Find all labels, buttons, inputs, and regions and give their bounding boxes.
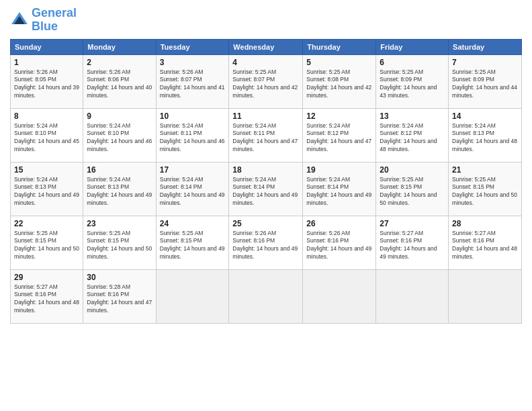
header-row: SundayMondayTuesdayWednesdayThursdayFrid… xyxy=(11,39,522,54)
calendar-cell: 11Sunrise: 5:24 AMSunset: 8:11 PMDayligh… xyxy=(229,108,303,162)
header-day: Tuesday xyxy=(156,39,229,54)
day-number: 20 xyxy=(380,165,445,175)
day-info: Sunrise: 5:27 AMSunset: 8:16 PMDaylight:… xyxy=(452,230,518,262)
day-info: Sunrise: 5:25 AMSunset: 8:15 PMDaylight:… xyxy=(380,176,445,208)
day-info: Sunrise: 5:24 AMSunset: 8:13 PMDaylight:… xyxy=(87,176,152,208)
day-number: 24 xyxy=(160,219,226,228)
day-number: 27 xyxy=(380,219,445,228)
day-info: Sunrise: 5:26 AMSunset: 8:07 PMDaylight:… xyxy=(160,68,226,101)
day-info: Sunrise: 5:25 AMSunset: 8:15 PMDaylight:… xyxy=(87,230,152,262)
day-info: Sunrise: 5:27 AMSunset: 8:16 PMDaylight:… xyxy=(380,230,445,262)
day-number: 26 xyxy=(306,219,372,228)
day-number: 1 xyxy=(14,58,79,67)
logo-text: General Blue xyxy=(32,7,77,34)
day-number: 11 xyxy=(232,111,299,121)
day-info: Sunrise: 5:26 AMSunset: 8:06 PMDaylight:… xyxy=(87,68,152,101)
header-day: Thursday xyxy=(303,39,376,54)
day-number: 10 xyxy=(160,111,226,121)
calendar-cell: 16Sunrise: 5:24 AMSunset: 8:13 PMDayligh… xyxy=(83,162,156,216)
day-number: 21 xyxy=(452,165,518,175)
day-number: 15 xyxy=(14,165,79,175)
calendar-cell: 4Sunrise: 5:25 AMSunset: 8:07 PMDaylight… xyxy=(229,54,303,108)
day-info: Sunrise: 5:26 AMSunset: 8:16 PMDaylight:… xyxy=(232,230,299,262)
day-number: 18 xyxy=(232,165,299,175)
header-day: Friday xyxy=(376,39,449,54)
day-info: Sunrise: 5:28 AMSunset: 8:16 PMDaylight:… xyxy=(87,283,152,316)
day-number: 25 xyxy=(232,219,299,228)
day-number: 28 xyxy=(452,219,518,228)
calendar-cell: 28Sunrise: 5:27 AMSunset: 8:16 PMDayligh… xyxy=(449,216,522,269)
calendar-row: 8Sunrise: 5:24 AMSunset: 8:10 PMDaylight… xyxy=(11,108,522,162)
calendar-cell: 6Sunrise: 5:25 AMSunset: 8:09 PMDaylight… xyxy=(376,54,449,108)
calendar-cell xyxy=(229,269,303,323)
calendar-cell: 3Sunrise: 5:26 AMSunset: 8:07 PMDaylight… xyxy=(156,54,229,108)
header-day: Monday xyxy=(83,39,156,54)
calendar-cell: 22Sunrise: 5:25 AMSunset: 8:15 PMDayligh… xyxy=(11,216,83,269)
day-info: Sunrise: 5:25 AMSunset: 8:07 PMDaylight:… xyxy=(232,68,299,101)
day-number: 30 xyxy=(87,273,152,282)
calendar-cell xyxy=(156,269,229,323)
calendar-row: 15Sunrise: 5:24 AMSunset: 8:13 PMDayligh… xyxy=(11,162,522,216)
calendar-table: SundayMondayTuesdayWednesdayThursdayFrid… xyxy=(10,39,522,324)
header: General Blue xyxy=(10,7,522,34)
day-info: Sunrise: 5:25 AMSunset: 8:15 PMDaylight:… xyxy=(452,176,518,208)
day-number: 29 xyxy=(14,273,79,282)
calendar-cell: 13Sunrise: 5:24 AMSunset: 8:12 PMDayligh… xyxy=(376,108,449,162)
day-number: 22 xyxy=(14,219,79,228)
day-info: Sunrise: 5:24 AMSunset: 8:12 PMDaylight:… xyxy=(306,122,372,154)
calendar-cell: 21Sunrise: 5:25 AMSunset: 8:15 PMDayligh… xyxy=(449,162,522,216)
day-number: 14 xyxy=(452,111,518,121)
calendar-cell: 7Sunrise: 5:25 AMSunset: 8:09 PMDaylight… xyxy=(449,54,522,108)
calendar-cell xyxy=(376,269,449,323)
calendar-cell: 18Sunrise: 5:24 AMSunset: 8:14 PMDayligh… xyxy=(229,162,303,216)
day-info: Sunrise: 5:25 AMSunset: 8:09 PMDaylight:… xyxy=(452,68,518,101)
calendar-row: 29Sunrise: 5:27 AMSunset: 8:16 PMDayligh… xyxy=(11,269,522,323)
calendar-cell: 9Sunrise: 5:24 AMSunset: 8:10 PMDaylight… xyxy=(83,108,156,162)
calendar-row: 1Sunrise: 5:26 AMSunset: 8:05 PMDaylight… xyxy=(11,54,522,108)
logo-icon xyxy=(10,11,29,30)
day-number: 5 xyxy=(306,58,372,67)
calendar-row: 22Sunrise: 5:25 AMSunset: 8:15 PMDayligh… xyxy=(11,216,522,269)
calendar-cell: 25Sunrise: 5:26 AMSunset: 8:16 PMDayligh… xyxy=(229,216,303,269)
day-info: Sunrise: 5:25 AMSunset: 8:08 PMDaylight:… xyxy=(306,68,372,101)
calendar-cell: 12Sunrise: 5:24 AMSunset: 8:12 PMDayligh… xyxy=(303,108,376,162)
day-info: Sunrise: 5:24 AMSunset: 8:11 PMDaylight:… xyxy=(232,122,299,154)
day-info: Sunrise: 5:26 AMSunset: 8:16 PMDaylight:… xyxy=(306,230,372,262)
calendar-cell: 5Sunrise: 5:25 AMSunset: 8:08 PMDaylight… xyxy=(303,54,376,108)
calendar-cell xyxy=(449,269,522,323)
day-info: Sunrise: 5:24 AMSunset: 8:14 PMDaylight:… xyxy=(306,176,372,208)
day-info: Sunrise: 5:24 AMSunset: 8:10 PMDaylight:… xyxy=(14,122,79,154)
day-info: Sunrise: 5:24 AMSunset: 8:14 PMDaylight:… xyxy=(232,176,299,208)
day-info: Sunrise: 5:25 AMSunset: 8:09 PMDaylight:… xyxy=(380,68,445,101)
header-day: Wednesday xyxy=(229,39,303,54)
calendar-cell: 8Sunrise: 5:24 AMSunset: 8:10 PMDaylight… xyxy=(11,108,83,162)
page: General Blue SundayMondayTuesdayWednesda… xyxy=(0,0,532,411)
day-number: 17 xyxy=(160,165,226,175)
calendar-cell: 24Sunrise: 5:25 AMSunset: 8:15 PMDayligh… xyxy=(156,216,229,269)
day-info: Sunrise: 5:24 AMSunset: 8:14 PMDaylight:… xyxy=(160,176,226,208)
day-number: 2 xyxy=(87,58,152,67)
calendar-cell: 1Sunrise: 5:26 AMSunset: 8:05 PMDaylight… xyxy=(11,54,83,108)
calendar-cell: 30Sunrise: 5:28 AMSunset: 8:16 PMDayligh… xyxy=(83,269,156,323)
calendar-cell: 29Sunrise: 5:27 AMSunset: 8:16 PMDayligh… xyxy=(11,269,83,323)
day-info: Sunrise: 5:24 AMSunset: 8:10 PMDaylight:… xyxy=(87,122,152,154)
day-number: 9 xyxy=(87,111,152,121)
calendar-cell: 15Sunrise: 5:24 AMSunset: 8:13 PMDayligh… xyxy=(11,162,83,216)
calendar-cell: 26Sunrise: 5:26 AMSunset: 8:16 PMDayligh… xyxy=(303,216,376,269)
calendar-cell: 17Sunrise: 5:24 AMSunset: 8:14 PMDayligh… xyxy=(156,162,229,216)
day-info: Sunrise: 5:25 AMSunset: 8:15 PMDaylight:… xyxy=(160,230,226,262)
calendar-cell: 27Sunrise: 5:27 AMSunset: 8:16 PMDayligh… xyxy=(376,216,449,269)
day-info: Sunrise: 5:24 AMSunset: 8:13 PMDaylight:… xyxy=(452,122,518,154)
calendar-cell: 10Sunrise: 5:24 AMSunset: 8:11 PMDayligh… xyxy=(156,108,229,162)
day-number: 12 xyxy=(306,111,372,121)
calendar-cell: 23Sunrise: 5:25 AMSunset: 8:15 PMDayligh… xyxy=(83,216,156,269)
day-info: Sunrise: 5:25 AMSunset: 8:15 PMDaylight:… xyxy=(14,230,79,262)
day-number: 16 xyxy=(87,165,152,175)
header-day: Sunday xyxy=(11,39,83,54)
day-info: Sunrise: 5:26 AMSunset: 8:05 PMDaylight:… xyxy=(14,68,79,101)
day-info: Sunrise: 5:24 AMSunset: 8:13 PMDaylight:… xyxy=(14,176,79,208)
day-number: 7 xyxy=(452,58,518,67)
calendar-cell: 20Sunrise: 5:25 AMSunset: 8:15 PMDayligh… xyxy=(376,162,449,216)
day-number: 19 xyxy=(306,165,372,175)
day-info: Sunrise: 5:27 AMSunset: 8:16 PMDaylight:… xyxy=(14,283,79,316)
